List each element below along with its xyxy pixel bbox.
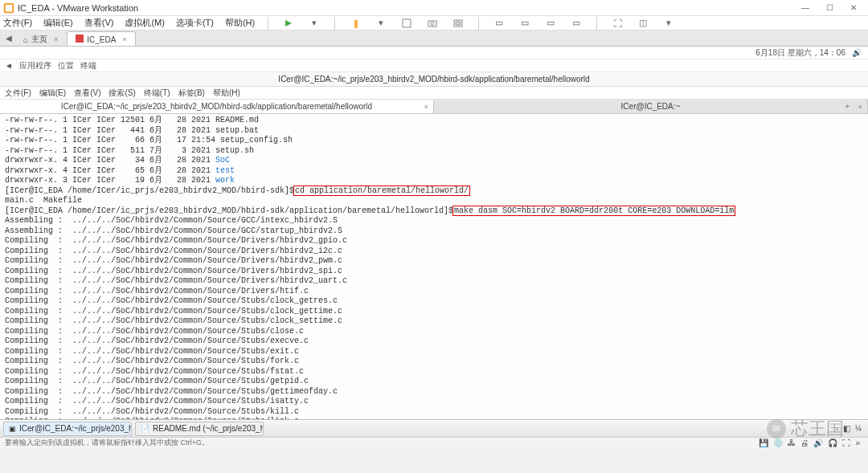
panel-applications[interactable]: 应用程序	[19, 60, 51, 71]
dropdown-icon[interactable]: ▾	[661, 16, 676, 31]
menu-edit[interactable]: 编辑(E)	[43, 17, 73, 29]
terminal-tab-inactive[interactable]: ICer@IC_EDA:~ + ×	[434, 100, 868, 113]
panel-places[interactable]: 位置	[58, 60, 74, 71]
svg-rect-1	[6, 4, 13, 11]
menu-view[interactable]: 查看(V)	[84, 17, 114, 29]
tab-vm-label: IC_EDA	[87, 35, 116, 44]
term-menu-edit[interactable]: 编辑(E)	[39, 88, 66, 99]
terminal-menubar: 文件(F) 编辑(E) 查看(V) 搜索(S) 终端(T) 标签(B) 帮助(H…	[0, 87, 868, 100]
guest-tray: ◧ ¼	[843, 424, 865, 433]
separator	[478, 17, 479, 30]
term-menu-tabs[interactable]: 标签(B)	[178, 88, 205, 99]
window-titlebar: IC_EDA - VMware Workstation — ☐ ✕	[0, 0, 868, 16]
document-icon: 📄	[141, 424, 149, 434]
terminal-window-title: ICer@IC_EDA:~/ic_prjs/e203_hbirdv2_MOD/h…	[0, 72, 868, 87]
separator	[268, 17, 268, 30]
taskbar-item-editor-label: README.md (~/ic_prjs/e203_hbirdv…	[153, 424, 264, 433]
tab-home-label: 主页	[31, 34, 47, 45]
tool-icon[interactable]: ▭	[569, 16, 583, 31]
terminal-tabbar: ICer@IC_EDA:~/ic_prjs/e203_hbirdv2_MOD/h…	[0, 100, 868, 114]
host-status-bar: 要将输入定向到该虚拟机，请将鼠标指针移入其中或按 Ctrl+G。 💾 💿 🖧 🖨…	[0, 437, 868, 448]
guest-top-panel: 6月18日 星期六，14：06 🔊	[0, 47, 868, 59]
back-icon[interactable]: ◄	[5, 61, 13, 70]
taskbar-item-terminal-label: ICer@IC_EDA:~/ic_prjs/e203_hbird…	[19, 424, 132, 433]
taskbar-item-terminal[interactable]: ▣ ICer@IC_EDA:~/ic_prjs/e203_hbird…	[3, 422, 132, 436]
device-icon[interactable]: 🖨	[800, 438, 809, 447]
new-tab-icon[interactable]: +	[845, 102, 850, 111]
vm-icon	[76, 35, 84, 44]
guest-menu-panel: ◄ 应用程序 位置 终端	[0, 59, 868, 72]
close-icon[interactable]: ×	[122, 35, 126, 43]
term-menu-terminal[interactable]: 终端(T)	[144, 88, 170, 99]
terminal-output[interactable]: -rw-rw-r--. 1 ICer ICer 12501 6月 28 2021…	[0, 114, 868, 419]
term-menu-file[interactable]: 文件(F)	[5, 88, 31, 99]
close-button[interactable]: ✕	[842, 2, 865, 14]
home-icon: ⌂	[23, 35, 28, 44]
window-title: IC_EDA - VMware Workstation	[18, 3, 794, 13]
terminal-title-text: ICer@IC_EDA:~/ic_prjs/e203_hbirdv2_MOD/h…	[278, 75, 589, 84]
play-arrow-icon[interactable]	[281, 16, 296, 31]
vm-tabbar: ◀ ⌂ 主页 × IC_EDA ×	[0, 31, 868, 47]
unity-icon[interactable]: ◫	[636, 16, 650, 31]
terminal-tab-active[interactable]: ICer@IC_EDA:~/ic_prjs/e203_hbirdv2_MOD/h…	[0, 100, 434, 113]
mother-icon[interactable]	[399, 16, 414, 31]
nav-prev-icon[interactable]: ◀	[3, 34, 14, 43]
pause-icon[interactable]: ||	[348, 16, 362, 31]
app-icon	[3, 2, 14, 14]
panel-terminal[interactable]: 终端	[80, 60, 96, 71]
svg-rect-6	[459, 20, 462, 22]
taskbar-item-editor[interactable]: 📄 README.md (~/ic_prjs/e203_hbirdv…	[135, 422, 264, 436]
snapshot-icon[interactable]	[425, 16, 440, 31]
device-icon[interactable]: 🎧	[828, 438, 837, 447]
device-icon[interactable]: 🖧	[788, 438, 796, 447]
guest-clock: 6月18日 星期六，14：06	[755, 47, 845, 59]
dropdown-icon[interactable]: ▾	[374, 16, 388, 31]
tool-icon[interactable]: ▭	[543, 16, 558, 31]
manage-icon[interactable]	[451, 16, 465, 31]
separator	[334, 17, 335, 30]
tray-oneforth-icon[interactable]: ¼	[855, 424, 862, 433]
close-icon[interactable]: ×	[54, 35, 58, 43]
maximize-button[interactable]: ☐	[818, 2, 841, 14]
minimize-button[interactable]: —	[794, 2, 817, 14]
svg-rect-7	[454, 24, 457, 27]
guest-taskbar: ▣ ICer@IC_EDA:~/ic_prjs/e203_hbird… 📄 RE…	[0, 419, 868, 437]
status-hint-text: 要将输入定向到该虚拟机，请将鼠标指针移入其中或按 Ctrl+G。	[5, 438, 209, 448]
svg-rect-5	[454, 20, 457, 22]
tool-icon[interactable]: ▭	[518, 16, 532, 31]
tab-vm[interactable]: IC_EDA ×	[67, 31, 135, 46]
menu-help[interactable]: 帮助(H)	[225, 17, 255, 29]
tool-icon[interactable]: ▭	[492, 16, 506, 31]
fullscreen-icon[interactable]: ⛶	[610, 16, 624, 31]
tab-home[interactable]: ⌂ 主页 ×	[14, 31, 67, 46]
device-icon[interactable]: 🔊	[813, 438, 823, 447]
svg-rect-2	[403, 19, 411, 27]
more-icon[interactable]: »	[855, 438, 860, 447]
menu-file[interactable]: 文件(F)	[3, 17, 32, 29]
term-menu-help[interactable]: 帮助(H)	[213, 88, 240, 99]
svg-rect-8	[459, 24, 462, 27]
svg-point-4	[431, 22, 434, 25]
close-icon[interactable]: ×	[424, 103, 428, 111]
tray-box-icon[interactable]: ◧	[843, 424, 850, 433]
term-menu-view[interactable]: 查看(V)	[74, 88, 100, 99]
terminal-icon: ▣	[9, 424, 16, 434]
dropdown-icon[interactable]: ▾	[307, 16, 321, 31]
separator	[596, 17, 597, 30]
menu-tabs[interactable]: 选项卡(T)	[176, 17, 214, 29]
svg-rect-9	[76, 35, 84, 43]
terminal-tab-inactive-label: ICer@IC_EDA:~	[621, 102, 681, 111]
term-menu-search[interactable]: 搜索(S)	[108, 88, 135, 99]
device-icon[interactable]: 💾	[759, 438, 768, 447]
speaker-icon[interactable]: 🔊	[852, 48, 862, 57]
terminal-tab-active-label: ICer@IC_EDA:~/ic_prjs/e203_hbirdv2_MOD/h…	[61, 102, 372, 111]
close-icon[interactable]: ×	[858, 103, 862, 111]
menu-vm[interactable]: 虚拟机(M)	[125, 17, 165, 29]
expand-icon[interactable]: ⛶	[842, 438, 850, 447]
device-icon[interactable]: 💿	[773, 438, 783, 447]
app-menubar: 文件(F) 编辑(E) 查看(V) 虚拟机(M) 选项卡(T) 帮助(H) ▾ …	[0, 16, 868, 31]
